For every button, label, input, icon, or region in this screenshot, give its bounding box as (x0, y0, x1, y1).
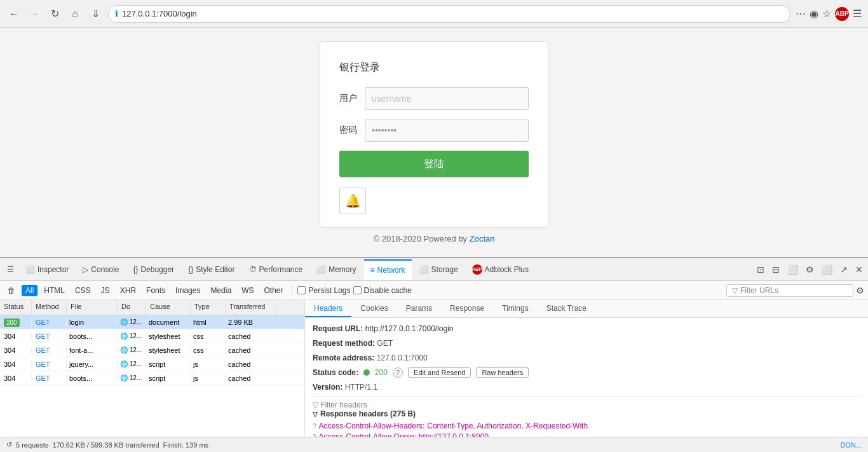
method-cell: GET (32, 346, 67, 354)
filter-js[interactable]: JS (97, 285, 114, 296)
table-row[interactable]: 304 GET boots... 🌐 12... script js cache… (0, 371, 304, 385)
status-code-val: 200 (375, 367, 388, 378)
filter-css[interactable]: CSS (71, 285, 95, 296)
tab-debugger[interactable]: {} Debugger (126, 259, 180, 280)
responsive-button[interactable]: ⬜ (785, 263, 801, 276)
abp-button[interactable]: ABP (835, 7, 849, 21)
tab-console[interactable]: ▷ Console (76, 259, 125, 280)
home-button[interactable]: ⌂ (67, 6, 83, 22)
detail-tab-response[interactable]: Response (441, 300, 493, 317)
domain-cell: 🌐 12... (118, 318, 146, 325)
split-horiz-button[interactable]: ⊡ (754, 263, 767, 276)
tab-adblock[interactable]: ABP Adblock Plus (466, 259, 535, 280)
disable-cache-checkbox[interactable] (353, 286, 362, 294)
tab-storage[interactable]: ⬜ Storage (413, 259, 465, 280)
devtools-toggle-button[interactable]: ☰ (3, 262, 18, 277)
filter-media[interactable]: Media (207, 285, 235, 296)
tab-style-editor-label: Style Editor (196, 265, 234, 274)
table-row[interactable]: 200 GET login 🌐 12... document html 2.99… (0, 315, 304, 329)
filter-other[interactable]: Other (260, 285, 287, 296)
split-vert-button[interactable]: ⊟ (770, 263, 782, 276)
login-card: 银行登录 用户 密码 登陆 🔔 (320, 41, 548, 228)
tab-style-editor[interactable]: {} Style Editor (182, 259, 241, 280)
detail-tab-cookies[interactable]: Cookies (351, 300, 397, 317)
remote-address-row: Remote address: 127.0.0.1:7000 (313, 352, 860, 364)
star-icon[interactable]: ☆ (822, 8, 831, 20)
method-cell: GET (32, 360, 67, 368)
table-row[interactable]: 304 GET boots... 🌐 12... stylesheet css … (0, 329, 304, 343)
back-button[interactable]: ← (6, 6, 22, 22)
resp-help-icon-1[interactable]: ? (313, 423, 316, 430)
dock-button[interactable]: ⬜ (819, 263, 835, 276)
raw-headers-button[interactable]: Raw headers (476, 367, 529, 378)
table-row[interactable]: 304 GET jquery... 🌐 12... script js cach… (0, 357, 304, 371)
requests-header: Status Method File Do Cause Type Transfe… (0, 300, 304, 315)
col-transferred: Transferred (226, 300, 276, 315)
password-input[interactable] (365, 119, 529, 142)
status-code-row: Status code: 200 ? Edit and Resend Raw h… (313, 367, 860, 378)
transferred-cell: cached (226, 346, 276, 354)
requests-list: 200 GET login 🌐 12... document html 2.99… (0, 315, 304, 437)
tab-storage-label: Storage (431, 265, 458, 274)
resp-key-2: Access-Control-Allow-Origin: (319, 432, 416, 437)
memory-icon: ⬜ (316, 265, 326, 274)
status-code-key: Status code: (313, 367, 358, 378)
persist-logs-label[interactable]: Persist Logs (297, 286, 350, 295)
edit-resend-button[interactable]: Edit and Resend (408, 367, 471, 378)
dom-link[interactable]: DON... (840, 441, 862, 449)
close-devtools-button[interactable]: ✕ (853, 263, 865, 276)
detail-tab-stack-trace[interactable]: Stack Trace (538, 300, 595, 317)
cause-cell: stylesheet (146, 346, 191, 354)
detail-tab-params[interactable]: Params (397, 300, 441, 317)
table-row[interactable]: 304 GET font-a... 🌐 12... stylesheet css… (0, 343, 304, 357)
detail-pane: Headers Cookies Params Response Timings … (305, 300, 868, 437)
status-help-button[interactable]: ? (393, 367, 403, 378)
filter-html[interactable]: HTML (40, 285, 69, 296)
settings-button[interactable]: ⚙ (803, 263, 817, 276)
tab-performance[interactable]: ⏱ Performance (243, 259, 309, 280)
filter-url-box[interactable]: ▽ Filter URLs (726, 284, 853, 297)
clear-button[interactable]: 🗑 (4, 283, 19, 298)
network-settings-button[interactable]: ⚙ (856, 285, 864, 296)
detail-tab-timings[interactable]: Timings (493, 300, 538, 317)
tab-network[interactable]: ≡ Network (364, 259, 412, 280)
status-cell: 304 (0, 374, 32, 382)
username-input[interactable] (365, 87, 529, 110)
address-bar[interactable]: ℹ 127.0.0.1:7000/login (108, 5, 790, 23)
download-button[interactable]: ⇓ (88, 6, 103, 22)
filter-headers[interactable]: ▽ Filter headers (313, 396, 860, 409)
status-cell: 304 (0, 332, 32, 340)
file-cell: boots... (67, 374, 118, 382)
disable-cache-label[interactable]: Disable cache (353, 286, 412, 295)
filter-images[interactable]: Images (172, 285, 204, 296)
filter-xhr[interactable]: XHR (116, 285, 140, 296)
request-url-row: Request URL: http://127.0.0.1:7000/login (313, 323, 860, 334)
detail-tab-headers[interactable]: Headers (305, 300, 351, 317)
shield-icon[interactable]: ◉ (810, 8, 818, 20)
url-text: 127.0.0.1:7000/login (122, 9, 197, 18)
response-headers-section[interactable]: ▽ Response headers (275 B) (313, 409, 860, 418)
filter-ws[interactable]: WS (238, 285, 257, 296)
file-cell: font-a... (67, 346, 118, 354)
menu-icon[interactable]: ☰ (853, 8, 862, 20)
filter-icon: ▽ (732, 286, 738, 295)
disable-cache-text: Disable cache (364, 286, 412, 295)
bell-button[interactable]: 🔔 (339, 188, 366, 214)
footer-link[interactable]: Zoctan (470, 234, 495, 243)
requests-count: 5 requests (16, 441, 48, 449)
reload-button[interactable]: ↻ (47, 6, 62, 22)
persist-logs-checkbox[interactable] (297, 286, 306, 294)
tab-inspector[interactable]: ⬜ Inspector (19, 259, 75, 280)
page-content: 银行登录 用户 密码 登陆 🔔 © 2018-2020 Powered by Z… (0, 28, 868, 257)
type-cell: html (191, 318, 226, 326)
login-button[interactable]: 登陆 (339, 151, 529, 177)
pop-out-button[interactable]: ↗ (837, 263, 850, 276)
request-method-row: Request method: GET (313, 338, 860, 349)
filter-all[interactable]: All (22, 285, 37, 296)
transferred-cell: cached (226, 360, 276, 368)
username-row: 用户 (339, 87, 529, 110)
more-icon[interactable]: ⋯ (796, 8, 806, 20)
tab-memory[interactable]: ⬜ Memory (310, 259, 362, 280)
forward-button[interactable]: → (27, 6, 42, 22)
filter-fonts[interactable]: Fonts (142, 285, 169, 296)
